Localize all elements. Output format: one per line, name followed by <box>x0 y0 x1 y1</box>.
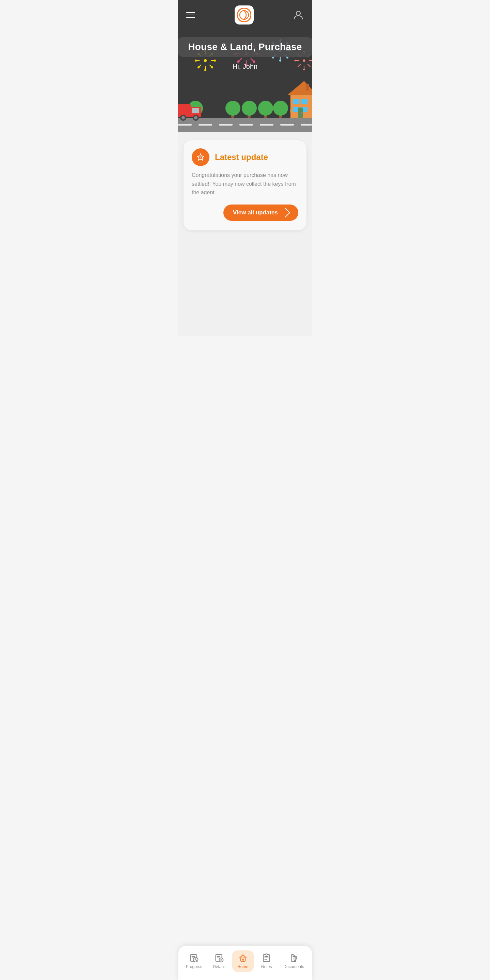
svg-point-15 <box>214 60 216 62</box>
update-body: Congratulations your purchase has now se… <box>192 171 298 197</box>
documents-label: Documents <box>283 964 304 969</box>
logo-svg <box>237 8 251 22</box>
svg-rect-120 <box>266 954 268 955</box>
svg-point-13 <box>204 69 206 71</box>
hero-section: House & Land, Purchase Hi, John <box>178 30 312 132</box>
menu-button[interactable] <box>186 12 195 18</box>
svg-point-1 <box>240 11 249 19</box>
nav-item-notes[interactable]: Notes <box>256 950 278 972</box>
svg-point-18 <box>198 66 200 68</box>
notes-label: Notes <box>261 964 272 969</box>
svg-point-14 <box>195 60 197 62</box>
view-all-updates-button[interactable]: View all updates <box>223 205 298 221</box>
svg-rect-114 <box>241 958 245 961</box>
progress-icon <box>189 953 199 963</box>
nav-item-documents[interactable]: Documents <box>279 950 308 972</box>
update-title: Latest update <box>215 153 268 162</box>
app-header <box>178 0 312 30</box>
svg-point-65 <box>295 60 296 62</box>
hero-title-pill: House & Land, Purchase <box>178 37 312 57</box>
card-header: Latest update <box>192 148 298 166</box>
documents-icon <box>289 953 298 963</box>
svg-point-103 <box>200 156 201 158</box>
home-icon <box>238 953 247 963</box>
star-update-icon <box>196 153 205 162</box>
hero-greeting: Hi, John <box>233 63 257 70</box>
nav-item-progress[interactable]: Progress <box>182 950 206 972</box>
svg-line-62 <box>308 64 310 67</box>
svg-point-64 <box>303 69 305 70</box>
nav-item-details[interactable]: Details <box>208 950 230 972</box>
main-content: Latest update Congratulations your purch… <box>178 132 312 336</box>
profile-button[interactable] <box>293 10 304 21</box>
bottom-navigation: Progress Details Home <box>178 946 312 980</box>
app-logo <box>235 5 254 24</box>
svg-rect-115 <box>242 959 244 961</box>
chevron-right-icon <box>281 208 290 218</box>
nav-item-home[interactable]: Home <box>232 950 254 972</box>
progress-label: Progress <box>186 964 202 969</box>
details-icon <box>214 953 224 963</box>
svg-point-2 <box>296 11 300 15</box>
svg-point-3 <box>204 59 207 62</box>
hero-title: House & Land, Purchase <box>188 41 302 52</box>
notes-icon <box>262 953 271 963</box>
details-label: Details <box>213 964 225 969</box>
update-icon-circle <box>192 148 209 166</box>
svg-point-54 <box>303 60 305 62</box>
svg-point-47 <box>279 60 281 62</box>
update-card: Latest update Congratulations your purch… <box>184 140 306 231</box>
svg-line-61 <box>298 64 300 67</box>
svg-point-19 <box>211 66 213 68</box>
home-label: Home <box>237 964 248 969</box>
